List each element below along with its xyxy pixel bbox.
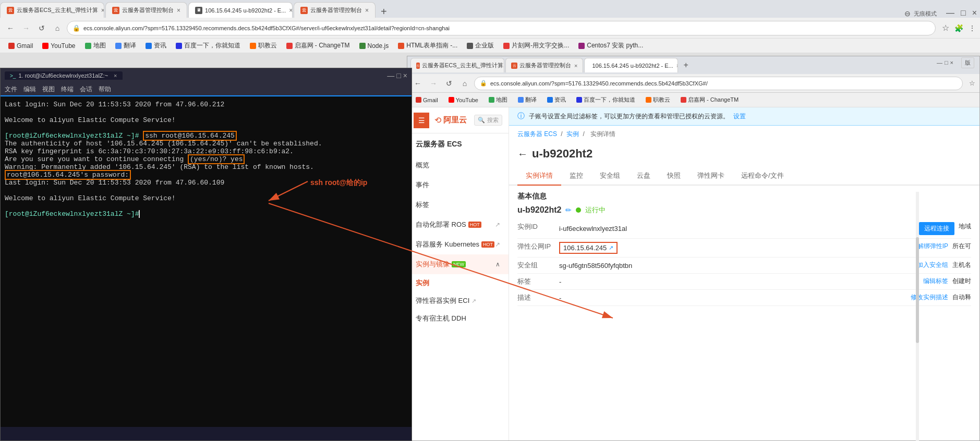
- external-link-ip-icon[interactable]: ↗: [609, 244, 613, 251]
- right-restore[interactable]: □: [945, 59, 948, 66]
- right-bm-gmail[interactable]: Gmail: [412, 96, 442, 104]
- bookmark-maps[interactable]: 地图: [81, 40, 110, 51]
- bookmark-cut[interactable]: 片刻网-用文字交换...: [499, 40, 573, 51]
- close-icon[interactable]: ×: [574, 63, 577, 69]
- bookmark-enterprise[interactable]: 企业版: [463, 40, 498, 51]
- terminal-window: >_ 1. root@iZuf6eckewlnxlyezt31alZ:~ × —…: [0, 68, 412, 441]
- info-link[interactable]: 设置: [733, 112, 746, 121]
- right-tab-console[interactable]: 云 云服务器管理控制台 ×: [505, 58, 583, 72]
- close-icon[interactable]: ×: [365, 7, 369, 14]
- terminal-tab-close[interactable]: ×: [114, 72, 117, 79]
- minimize-btn[interactable]: —: [943, 8, 958, 18]
- right-bm-edu[interactable]: 职教云: [642, 95, 674, 105]
- tab-snapshot[interactable]: 快照: [659, 167, 689, 186]
- terminal-minimize[interactable]: —: [387, 71, 394, 80]
- home-button[interactable]: ⌂: [51, 22, 64, 34]
- right-back-btn[interactable]: ←: [412, 77, 424, 90]
- address-bar[interactable]: 🔒 ecs.console.aliyun.com/?spm=5176.13329…: [67, 21, 936, 35]
- bookmark-news[interactable]: 资讯: [141, 40, 171, 51]
- close-icon[interactable]: ×: [289, 7, 293, 14]
- right-refresh-btn[interactable]: ↺: [443, 77, 455, 90]
- menu-help[interactable]: 帮助: [99, 85, 111, 94]
- tab-ip-instance[interactable]: 🖥 106.15.64.245 u-b9202ht2 - E... ×: [188, 2, 293, 18]
- right-bm-news[interactable]: 资讯: [543, 95, 570, 105]
- bookmark-node[interactable]: Node.js: [355, 41, 393, 51]
- close-icon[interactable]: ×: [676, 63, 679, 69]
- right-bm-changetm[interactable]: 启嘉网 - ChangeTM: [676, 95, 743, 105]
- right-bm-maps[interactable]: 地图: [485, 95, 512, 105]
- right-forward-btn[interactable]: →: [427, 77, 440, 90]
- tab-ecs-console[interactable]: 云 云服务器管理控制台 ×: [105, 2, 187, 18]
- menu-edit[interactable]: 编辑: [23, 85, 36, 94]
- back-button[interactable]: ←: [4, 22, 17, 34]
- terminal-body[interactable]: Last login: Sun Dec 20 11:53:53 2020 fro…: [1, 96, 412, 427]
- breadcrumb-ecs[interactable]: 云服务器 ECS: [517, 130, 557, 138]
- right-minimize[interactable]: —: [937, 59, 942, 66]
- edit-name-icon[interactable]: ✏: [565, 206, 572, 214]
- menu-terminal[interactable]: 终端: [61, 85, 74, 94]
- back-arrow-btn[interactable]: ←: [517, 148, 528, 160]
- right-bm-translate[interactable]: 翻译: [514, 95, 541, 105]
- tab-ecs-elastic[interactable]: 云 云服务器ECS_云主机_弹性计算 ×: [0, 2, 104, 18]
- tab-console-2[interactable]: 云 云服务器管理控制台 ×: [294, 2, 376, 18]
- refresh-button[interactable]: ↺: [35, 22, 48, 34]
- close-icon[interactable]: ×: [101, 7, 104, 14]
- sidebar-item-tags[interactable]: 标签: [407, 195, 509, 215]
- gmail-icon: [8, 43, 15, 49]
- right-address-input[interactable]: 🔒 ecs.console.aliyun.com/?spm=5176.13329…: [474, 77, 963, 90]
- tab-security-group[interactable]: 安全组: [591, 167, 628, 186]
- sidebar-item-ddh[interactable]: 专有宿主机 DDH: [407, 310, 509, 327]
- new-tab-btn[interactable]: +: [679, 60, 692, 70]
- right-bm-baidu[interactable]: 百度一下，你就知道: [572, 95, 639, 105]
- new-tab-button[interactable]: +: [377, 6, 391, 18]
- bookmark-baidu[interactable]: 百度一下，你就知道: [172, 40, 245, 51]
- tab-disk[interactable]: 云盘: [628, 167, 659, 186]
- edit-tags-link[interactable]: 编辑标签: [923, 277, 948, 286]
- forward-button[interactable]: →: [20, 22, 32, 34]
- unbind-ip-link[interactable]: 解绑弹性IP: [917, 242, 948, 254]
- bookmark-translate[interactable]: 翻译: [111, 40, 140, 51]
- bookmark-centos[interactable]: Centos7 安装 pyth...: [574, 40, 647, 51]
- terminal-maximize[interactable]: □: [396, 71, 401, 80]
- bookmark-youtube[interactable]: YouTube: [38, 41, 79, 51]
- window-close-btn[interactable]: ×: [969, 8, 980, 18]
- sidebar-item-eci[interactable]: 弹性容器实例 ECI ↗: [407, 292, 509, 310]
- menu-file[interactable]: 文件: [5, 85, 17, 94]
- bookmark-gmail[interactable]: Gmail: [4, 41, 37, 51]
- right-star-icon[interactable]: ☆: [969, 79, 975, 87]
- restore-btn[interactable]: □: [958, 8, 969, 18]
- sidebar-item-instance[interactable]: 实例: [407, 274, 509, 292]
- tab-instance-detail[interactable]: 实例详情: [517, 167, 561, 186]
- tab-nic[interactable]: 弹性网卡: [689, 167, 733, 186]
- remote-connect-button[interactable]: 远程连接: [919, 222, 954, 235]
- sidebar-item-events[interactable]: 事件: [407, 175, 509, 195]
- search-box[interactable]: 🔍 搜索: [474, 115, 502, 126]
- hamburger-button[interactable]: ☰: [414, 113, 429, 128]
- close-icon[interactable]: ×: [177, 7, 180, 14]
- right-bm-youtube[interactable]: YouTube: [444, 96, 482, 104]
- right-tab-ip[interactable]: 106.15.64.245 u-b9202ht2 - E... ×: [584, 58, 678, 72]
- extension-icon[interactable]: 🧩: [954, 24, 963, 32]
- more-icon[interactable]: ⋮: [969, 24, 976, 32]
- bookmark-star-icon[interactable]: ☆: [942, 23, 949, 33]
- bookmark-html[interactable]: HTML表单指南 -...: [394, 40, 462, 51]
- sidebar-item-ros[interactable]: 自动化部署 ROS HOT ↗: [407, 215, 509, 235]
- aliyun-logo[interactable]: ⟲ 阿里云: [434, 115, 467, 125]
- tab-monitor[interactable]: 监控: [561, 167, 591, 186]
- sidebar-item-overview[interactable]: 概览: [407, 155, 509, 175]
- tab-remote-cmd[interactable]: 远程命令/文件: [733, 167, 792, 186]
- sidebar-item-ecs[interactable]: 云服务器 ECS: [407, 133, 509, 155]
- sidebar-item-instances-images[interactable]: 实例与镜像 NEW ∧: [407, 254, 509, 274]
- right-close[interactable]: ×: [950, 59, 953, 66]
- terminal-tab-1[interactable]: >_ 1. root@iZuf6eckewlnxlyezt31alZ:~ ×: [5, 71, 123, 80]
- terminal-close[interactable]: ×: [403, 71, 407, 80]
- menu-session[interactable]: 会话: [80, 85, 92, 94]
- bookmark-edu[interactable]: 职教云: [246, 40, 281, 51]
- sidebar-item-kubernetes[interactable]: 容器服务 Kubernetes HOT ↗: [407, 235, 509, 254]
- right-home-btn[interactable]: ⌂: [458, 77, 471, 90]
- menu-view[interactable]: 视图: [42, 85, 55, 94]
- breadcrumb-instances[interactable]: 实例: [566, 130, 579, 138]
- join-security-link[interactable]: 加入安全组: [917, 261, 948, 270]
- bookmark-changetm[interactable]: 启嘉网 - ChangeTM: [282, 40, 354, 51]
- right-tab-ecs[interactable]: 云 云服务器ECS_云主机_弹性计算 ×: [410, 58, 504, 72]
